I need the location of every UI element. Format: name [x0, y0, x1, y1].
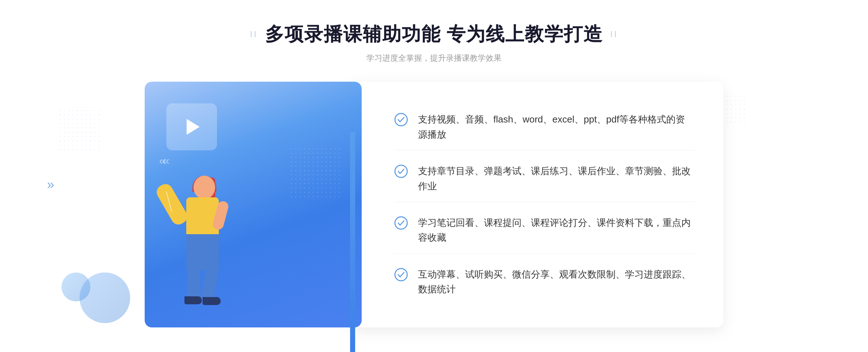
figure-head [193, 176, 215, 199]
blue-accent-bar [350, 132, 355, 352]
figure-string [166, 191, 172, 212]
check-icon-4 [394, 268, 408, 282]
page-subtitle: 学习进度全掌握，提升录播课教学效果 [250, 53, 618, 64]
figure-torso [186, 197, 219, 237]
decorator-left: ⁞⁞ [250, 30, 258, 39]
svg-point-3 [395, 269, 407, 281]
feature-item-4: 互动弹幕、试听购买、微信分享、观看次数限制、学习进度跟踪、数据统计 [394, 259, 694, 305]
figure-shoe-right [203, 297, 221, 305]
right-panel: 支持视频、音频、flash、word、excel、ppt、pdf等各种格式的资源… [351, 82, 723, 327]
svg-point-2 [395, 217, 407, 229]
feature-text-2: 支持章节目录、弹题考试、课后练习、课后作业、章节测验、批改作业 [418, 164, 694, 194]
svg-point-0 [395, 113, 407, 126]
dots-decoration-left [58, 108, 101, 152]
page-title: 多项录播课辅助功能 专为线上教学打造 [265, 22, 603, 47]
left-image-card: « « [145, 82, 362, 327]
arrow-decoration-left: » [47, 177, 54, 192]
play-icon [187, 119, 200, 135]
card-arrows: « « [159, 154, 166, 167]
feature-text-3: 学习笔记回看、课程提问、课程评论打分、课件资料下载，重点内容收藏 [418, 215, 694, 245]
header-decorators: ⁞⁞ 多项录播课辅助功能 专为线上教学打造 ⁞⁞ [250, 22, 618, 47]
check-icon-2 [394, 164, 408, 178]
check-icon-1 [394, 113, 408, 126]
circle-decoration-small [61, 272, 90, 301]
figure-leg-left [187, 268, 200, 300]
svg-point-1 [395, 165, 407, 177]
figure-pants [186, 234, 219, 270]
feature-item-3: 学习笔记回看、课程提问、课程评论打分、课件资料下载，重点内容收藏 [394, 207, 694, 254]
feature-text-4: 互动弹幕、试听购买、微信分享、观看次数限制、学习进度跟踪、数据统计 [418, 267, 694, 297]
feature-item-2: 支持章节目录、弹题考试、课后练习、课后作业、章节测验、批改作业 [394, 156, 694, 202]
play-bubble [166, 103, 217, 150]
decorator-right: ⁞⁞ [610, 30, 618, 39]
figure-arm-left [154, 181, 190, 227]
check-icon-3 [394, 216, 408, 230]
feature-text-1: 支持视频、音频、flash、word、excel、ppt、pdf等各种格式的资源… [418, 112, 694, 142]
header-section: ⁞⁞ 多项录播课辅助功能 专为线上教学打造 ⁞⁞ 学习进度全掌握，提升录播课教学… [250, 22, 618, 64]
page-container: » ⁞⁞ 多项录播课辅助功能 专为线上教学打造 ⁞⁞ 学习进度全掌握，提升录播课… [0, 0, 868, 352]
figure-shoe-left [184, 296, 202, 304]
figure-leg-right [200, 267, 219, 301]
character-illustration [174, 176, 231, 306]
feature-item-1: 支持视频、音频、flash、word、excel、ppt、pdf等各种格式的资源… [394, 104, 694, 150]
card-dots-pattern [289, 147, 340, 197]
content-area: « « [145, 82, 723, 327]
